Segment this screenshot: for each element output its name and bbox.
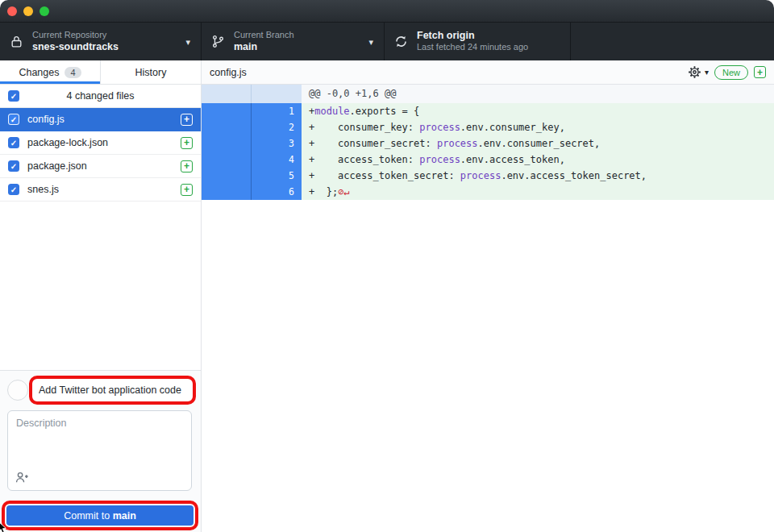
commit-panel: Commit to main	[0, 370, 201, 532]
diff-line-3: 3 + consumer_secret: process.env.consume…	[202, 135, 774, 152]
mouse-cursor	[0, 521, 10, 532]
close-button[interactable]	[7, 6, 17, 16]
file-name: package-lock.json	[27, 137, 108, 148]
tab-history[interactable]: History	[100, 60, 201, 84]
branch-name: main	[234, 41, 294, 54]
added-status-icon: +	[181, 114, 193, 126]
changes-sidebar: Changes 4 History ✓ 4 changed files ✓ co…	[0, 60, 202, 532]
lock-icon	[10, 35, 23, 48]
hunk-header-row: @@ -0,0 +1,6 @@	[202, 85, 774, 103]
gear-icon	[688, 65, 701, 79]
file-row-snes-js[interactable]: ✓ snes.js +	[0, 178, 201, 202]
repository-label: Current Repository	[32, 30, 119, 41]
old-line-gutter	[202, 85, 252, 103]
check-icon: ✓	[10, 162, 17, 171]
toolbar: Current Repository snes-soundtracks ▾ Cu…	[0, 23, 774, 60]
zoom-button[interactable]	[40, 6, 49, 16]
file-checkbox[interactable]: ✓	[8, 184, 19, 195]
line-number[interactable]: 2	[252, 119, 302, 135]
diff-actions: ▾ New +	[688, 65, 766, 80]
chevron-down-icon: ▾	[185, 36, 190, 47]
added-status-icon: +	[181, 160, 193, 172]
line-number[interactable]: 4	[252, 152, 302, 168]
diff-body: @@ -0,0 +1,6 @@ 1 +module.exports = { 2 …	[202, 85, 774, 200]
fetch-title: Fetch origin	[417, 30, 528, 43]
diff-options-button[interactable]: ▾	[688, 65, 709, 79]
commit-button-branch: main	[113, 510, 136, 522]
diff-line-2: 2 + consumer_key: process.env.consumer_k…	[202, 119, 774, 135]
tab-history-label: History	[135, 67, 167, 78]
code-line: + access_token_secret: process.env.acces…	[302, 168, 774, 184]
repository-name: snes-soundtracks	[32, 41, 119, 54]
line-select-gutter[interactable]	[202, 103, 252, 119]
file-row-package-lock-json[interactable]: ✓ package-lock.json +	[0, 131, 201, 155]
changed-files-count: 4 changed files	[0, 90, 201, 102]
file-row-config-js[interactable]: ✓ config.js +	[0, 108, 201, 131]
diff-file-name: config.js	[210, 67, 247, 78]
github-desktop-window: Current Repository snes-soundtracks ▾ Cu…	[0, 0, 774, 532]
line-select-gutter[interactable]	[202, 135, 252, 152]
line-select-gutter[interactable]	[202, 168, 252, 184]
diff-line-4: 4 + access_token: process.env.access_tok…	[202, 152, 774, 168]
line-number[interactable]: 6	[252, 184, 302, 200]
branch-label: Current Branch	[234, 30, 294, 41]
code-line: + access_token: process.env.access_token…	[302, 152, 774, 168]
code-line: + };⊘↵	[302, 184, 774, 200]
changed-files-header: ✓ 4 changed files	[0, 85, 201, 108]
check-icon: ✓	[10, 139, 17, 148]
diff-line-1: 1 +module.exports = {	[202, 103, 774, 119]
file-name: package.json	[27, 160, 87, 172]
line-number[interactable]: 1	[252, 103, 302, 119]
file-checkbox[interactable]: ✓	[8, 114, 19, 125]
code-line: +module.exports = {	[302, 103, 774, 119]
main-area: Changes 4 History ✓ 4 changed files ✓ co…	[0, 60, 774, 532]
diff-header: config.js ▾ New +	[202, 60, 774, 85]
commit-button-label: Commit to	[64, 510, 112, 522]
added-status-icon: +	[181, 184, 193, 196]
line-select-gutter[interactable]	[202, 119, 252, 135]
line-number[interactable]: 3	[252, 135, 302, 152]
diff-line-5: 5 + access_token_secret: process.env.acc…	[202, 168, 774, 184]
file-name: config.js	[27, 114, 64, 125]
new-file-badge: New	[714, 65, 748, 80]
tab-changes-label: Changes	[19, 67, 59, 78]
hunk-header-text: @@ -0,0 +1,6 @@	[302, 85, 774, 103]
current-repository-button[interactable]: Current Repository snes-soundtracks ▾	[0, 23, 202, 60]
avatar	[7, 380, 28, 401]
sync-icon	[394, 35, 408, 48]
added-status-icon: +	[181, 137, 193, 149]
commit-summary-input[interactable]	[32, 379, 193, 401]
file-checkbox[interactable]: ✓	[8, 137, 19, 148]
new-line-gutter	[252, 85, 302, 103]
fetch-subtitle: Last fetched 24 minutes ago	[417, 42, 528, 53]
toolbar-spacer	[571, 23, 774, 60]
sidebar-tabbar: Changes 4 History	[0, 60, 201, 85]
traffic-lights	[7, 6, 49, 16]
line-select-gutter[interactable]	[202, 152, 252, 168]
line-select-gutter[interactable]	[202, 184, 252, 200]
changes-count-badge: 4	[64, 67, 81, 78]
tab-changes[interactable]: Changes 4	[0, 60, 100, 84]
diff-line-6: 6 + };⊘↵	[202, 184, 774, 200]
line-number[interactable]: 5	[252, 168, 302, 184]
check-icon: ✓	[10, 185, 17, 194]
diff-pane: config.js ▾ New +	[202, 60, 774, 532]
minimize-button[interactable]	[23, 6, 33, 16]
titlebar	[0, 0, 774, 23]
no-newline-icon: ⊘↵	[338, 186, 349, 197]
added-status-icon: +	[754, 66, 766, 78]
file-row-package-json[interactable]: ✓ package.json +	[0, 155, 201, 178]
file-name: snes.js	[27, 184, 59, 195]
file-checkbox[interactable]: ✓	[8, 160, 19, 172]
check-icon: ✓	[10, 115, 17, 124]
commit-description-input[interactable]	[8, 411, 191, 469]
chevron-down-icon: ▾	[368, 36, 373, 47]
current-branch-button[interactable]: Current Branch main ▾	[202, 23, 385, 60]
commit-description-box	[7, 410, 192, 491]
commit-button[interactable]: Commit to main	[6, 505, 194, 526]
chevron-down-icon: ▾	[705, 68, 709, 77]
fetch-origin-button[interactable]: Fetch origin Last fetched 24 minutes ago	[385, 23, 571, 60]
add-coauthor-icon[interactable]	[15, 470, 29, 484]
code-line: + consumer_secret: process.env.consumer_…	[302, 135, 774, 152]
code-line: + consumer_key: process.env.consumer_key…	[302, 119, 774, 135]
